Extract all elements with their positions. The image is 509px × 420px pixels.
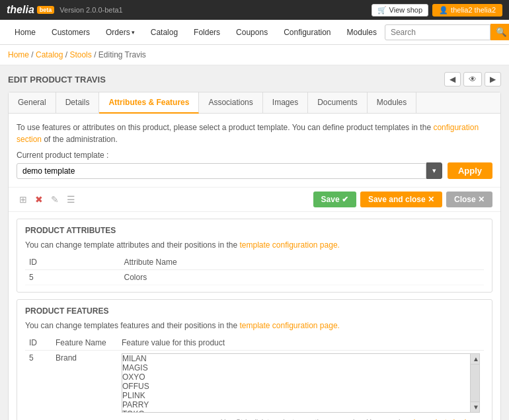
toolbar-icon-edit: ✎ (51, 194, 59, 205)
breadcrumb-catalog[interactable]: Catalog (36, 50, 63, 59)
next-arrow-button[interactable]: ▶ (485, 72, 501, 87)
prev-arrow-button[interactable]: ◀ (444, 72, 461, 87)
feat-col-name: Feature Name (52, 335, 118, 351)
page-header: EDIT PRODUCT TRAVIS ◀ 👁 ▶ (8, 72, 501, 87)
page-title: EDIT PRODUCT TRAVIS (8, 75, 106, 85)
nav-configuration[interactable]: Configuration (276, 20, 338, 45)
toolbar-icon-delete: ✖ (35, 194, 43, 205)
feat-row-values: MILAN MAGIS OXYO OFFUS PLINK PARRY TOKO (118, 351, 484, 416)
close-button[interactable]: Close ✕ (446, 192, 492, 207)
logo-text: thelia (7, 4, 34, 16)
template-info-text: To use features or attributes on this pr… (17, 122, 492, 145)
attr-col-name: Attribute Name (120, 255, 484, 270)
toolbar-icon-2[interactable]: ✖ (32, 193, 46, 206)
tabs: General Details Attributes & Features As… (9, 92, 500, 114)
close-icon: ✕ (478, 195, 485, 204)
view-shop-label: View shop (389, 6, 423, 14)
shop-icon: 🛒 (377, 6, 387, 15)
table-row: 5 Colors (25, 270, 484, 285)
template-input[interactable] (17, 163, 426, 179)
view-shop-button[interactable]: 🛒 View shop (372, 4, 429, 17)
table-row: 5 Brand MILAN MAGIS OXYO OFFUS PLINK (25, 351, 484, 416)
beta-badge: beta (37, 6, 55, 14)
product-attributes-section: PRODUCT ATTRIBUTES You can change templa… (17, 219, 492, 293)
search-icon: 🔍 (496, 27, 507, 37)
template-select-wrap: ▾ (17, 162, 442, 179)
nav-catalog[interactable]: Catalog (143, 20, 186, 45)
feature-listbox[interactable]: MILAN MAGIS OXYO OFFUS PLINK PARRY TOKO (122, 353, 471, 413)
product-attributes-info: You can change template attributes and t… (25, 240, 484, 250)
search-area: 🔍 (385, 24, 509, 40)
breadcrumb-stools[interactable]: Stools (69, 50, 91, 59)
user-button[interactable]: 👤 thelia2 thelia2 (432, 4, 502, 17)
product-features-section: PRODUCT FEATURES You can change template… (17, 299, 492, 420)
toolbar-icon-grid: ⊞ (19, 194, 27, 205)
nav-home[interactable]: Home (7, 20, 44, 45)
tab-content: To use features or attributes on this pr… (9, 114, 500, 187)
feature-option-oxyo[interactable]: OXYO (122, 372, 470, 382)
feature-option-plink[interactable]: PLINK (122, 391, 470, 400)
toolbar-icon-4[interactable]: ☰ (64, 193, 78, 206)
feat-col-value: Feature value for this product (118, 335, 484, 351)
product-attributes-title: PRODUCT ATTRIBUTES (25, 226, 484, 235)
scrollbar-thumb (471, 365, 479, 402)
user-icon: 👤 (439, 6, 448, 15)
tab-documents[interactable]: Documents (308, 92, 368, 113)
topbar-right: 🛒 View shop 👤 thelia2 thelia2 (372, 4, 502, 17)
product-features-config-link[interactable]: template configuration page. (239, 321, 339, 330)
attr-row-name: Colors (120, 270, 484, 285)
scrollbar-track: ▲ ▼ (471, 353, 480, 413)
save-button[interactable]: Save ✔ (313, 192, 356, 207)
tab-general[interactable]: General (9, 92, 56, 113)
topbar: thelia beta Version 2.0.0-beta1 🛒 View s… (0, 0, 509, 20)
scrollbar-down-button[interactable]: ▼ (471, 402, 479, 412)
navbar: Home Customers Orders ▾ Catalog Folders … (0, 20, 509, 45)
nav-orders[interactable]: Orders ▾ (98, 20, 143, 45)
tab-attributes-features[interactable]: Attributes & Features (99, 92, 199, 114)
breadcrumb-home[interactable]: Home (8, 50, 29, 59)
product-features-info: You can change templates features and th… (25, 321, 484, 330)
save-close-button[interactable]: Save and close ✕ (360, 192, 442, 207)
features-table: ID Feature Name Feature value for this p… (25, 335, 484, 415)
template-dropdown-button[interactable]: ▾ (426, 162, 442, 179)
attr-col-id: ID (25, 255, 120, 270)
feat-row-name: Brand (52, 351, 118, 416)
nav-customers[interactable]: Customers (44, 20, 98, 45)
logo-area: thelia beta Version 2.0.0-beta1 (7, 4, 123, 16)
apply-button[interactable]: Apply (448, 162, 492, 179)
eye-button[interactable]: 👁 (463, 72, 482, 87)
search-input[interactable] (385, 24, 490, 40)
feature-option-milan[interactable]: MILAN (122, 354, 470, 363)
feature-option-parry[interactable]: PARRY (122, 400, 470, 409)
feat-row-id: 5 (25, 351, 52, 416)
tab-associations[interactable]: Associations (199, 92, 262, 113)
feature-option-offus[interactable]: OFFUS (122, 382, 470, 391)
search-button[interactable]: 🔍 (490, 24, 509, 40)
toolbar-icon-1[interactable]: ⊞ (17, 193, 30, 206)
template-select-row: ▾ Apply (17, 162, 492, 179)
tab-images[interactable]: Images (263, 92, 308, 113)
nav-folders[interactable]: Folders (186, 20, 228, 45)
product-attributes-config-link[interactable]: template configuration page. (239, 240, 339, 250)
nav-modules[interactable]: Modules (339, 20, 385, 45)
attr-row-id: 5 (25, 270, 120, 285)
nav-coupons[interactable]: Coupons (228, 20, 276, 45)
feature-option-magis[interactable]: MAGIS (122, 363, 470, 372)
user-label: thelia2 thelia2 (451, 6, 496, 14)
breadcrumb: Home / Catalog / Stools / Editing Travis (0, 45, 509, 65)
save-close-icon: ✕ (428, 195, 434, 204)
scrollbar-up-button[interactable]: ▲ (471, 354, 479, 365)
version-text: Version 2.0.0-beta1 (59, 6, 122, 14)
tab-modules[interactable]: Modules (368, 92, 416, 113)
nav-arrows: ◀ 👁 ▶ (444, 72, 501, 87)
breadcrumb-current: Editing Travis (98, 50, 146, 59)
feat-col-id: ID (25, 335, 52, 351)
feature-option-toko[interactable]: TOKO (122, 409, 470, 413)
tab-details[interactable]: Details (56, 92, 100, 113)
toolbar: ⊞ ✖ ✎ ☰ Save ✔ Save and close ✕ Cl (9, 187, 500, 212)
save-check-icon: ✔ (342, 195, 348, 204)
toolbar-icon-3[interactable]: ✎ (48, 193, 61, 206)
template-row: Current product template : (17, 151, 492, 160)
hint-text: Use Ctrl+click to select more than one v… (25, 415, 484, 420)
template-label: Current product template : (17, 151, 108, 160)
